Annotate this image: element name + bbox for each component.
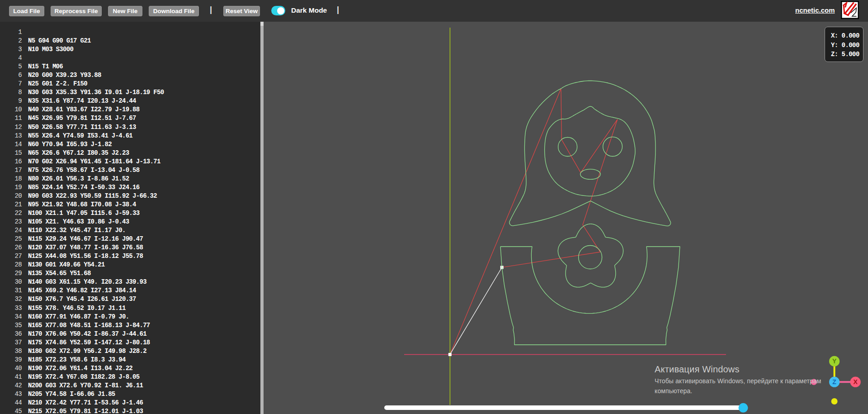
svg-text:Z: Z <box>832 378 836 385</box>
svg-text:Y: Y <box>832 357 837 365</box>
svg-text:X: X <box>854 378 858 385</box>
